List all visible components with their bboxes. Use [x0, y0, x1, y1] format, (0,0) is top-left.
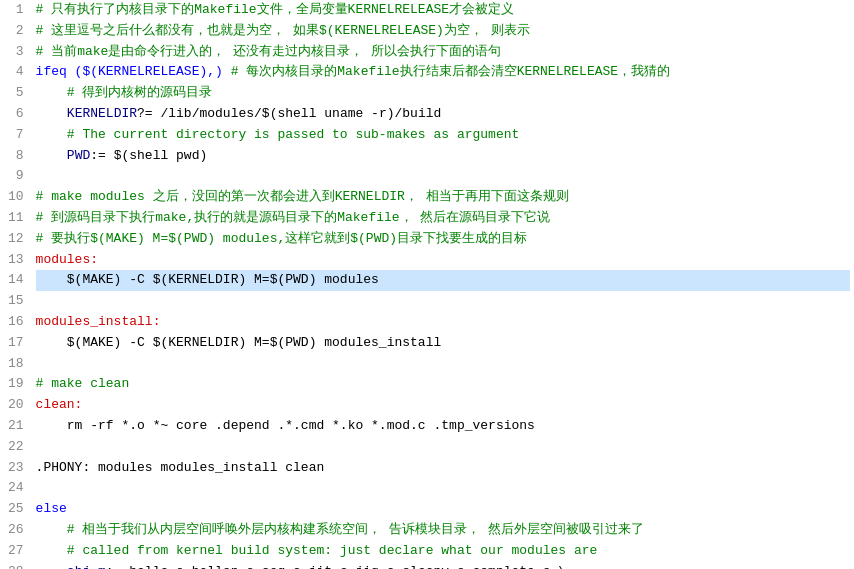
- code-container: 1234567891011121314151617181920212223242…: [0, 0, 854, 569]
- line-number-17: 17: [8, 333, 24, 354]
- line-number-10: 10: [8, 187, 24, 208]
- code-line-18: [36, 354, 850, 375]
- line-number-27: 27: [8, 541, 24, 562]
- line-number-1: 1: [8, 0, 24, 21]
- code-line-20: clean:: [36, 395, 850, 416]
- code-line-15: [36, 291, 850, 312]
- line-number-7: 7: [8, 125, 24, 146]
- code-line-28: obj-m:= hello.o hellop.o seq.o jit.o jiq…: [36, 562, 850, 569]
- code-line-26: # 相当于我们从内层空间呼唤外层内核构建系统空间， 告诉模块目录， 然后外层空间…: [36, 520, 850, 541]
- code-line-22: [36, 437, 850, 458]
- line-number-13: 13: [8, 250, 24, 271]
- code-line-7: # The current directory is passed to sub…: [36, 125, 850, 146]
- line-number-9: 9: [8, 166, 24, 187]
- code-line-8: PWD:= $(shell pwd): [36, 146, 850, 167]
- code-line-19: # make clean: [36, 374, 850, 395]
- line-number-24: 24: [8, 478, 24, 499]
- line-number-12: 12: [8, 229, 24, 250]
- code-line-13: modules:: [36, 250, 850, 271]
- line-number-28: 28: [8, 562, 24, 569]
- line-number-23: 23: [8, 458, 24, 479]
- line-number-6: 6: [8, 104, 24, 125]
- line-number-26: 26: [8, 520, 24, 541]
- code-line-23: .PHONY: modules modules_install clean: [36, 458, 850, 479]
- line-number-3: 3: [8, 42, 24, 63]
- code-line-17: $(MAKE) -C $(KERNELDIR) M=$(PWD) modules…: [36, 333, 850, 354]
- code-line-14: $(MAKE) -C $(KERNELDIR) M=$(PWD) modules: [36, 270, 850, 291]
- line-number-2: 2: [8, 21, 24, 42]
- line-number-4: 4: [8, 62, 24, 83]
- line-number-21: 21: [8, 416, 24, 437]
- code-line-21: rm -rf *.o *~ core .depend .*.cmd *.ko *…: [36, 416, 850, 437]
- code-line-5: # 得到内核树的源码目录: [36, 83, 850, 104]
- code-line-6: KERNELDIR?= /lib/modules/$(shell uname -…: [36, 104, 850, 125]
- code-line-16: modules_install:: [36, 312, 850, 333]
- line-number-5: 5: [8, 83, 24, 104]
- code-line-25: else: [36, 499, 850, 520]
- code-line-24: [36, 478, 850, 499]
- line-number-18: 18: [8, 354, 24, 375]
- code-line-2: # 这里逗号之后什么都没有，也就是为空， 如果$(KERNELRELEASE)为…: [36, 21, 850, 42]
- code-line-9: [36, 166, 850, 187]
- line-number-14: 14: [8, 270, 24, 291]
- line-number-8: 8: [8, 146, 24, 167]
- line-number-25: 25: [8, 499, 24, 520]
- code-line-12: # 要执行$(MAKE) M=$(PWD) modules,这样它就到$(PWD…: [36, 229, 850, 250]
- code-line-11: # 到源码目录下执行make,执行的就是源码目录下的Makefile， 然后在源…: [36, 208, 850, 229]
- code-line-4: ifeq ($(KERNELRELEASE),) # 每次内核目录的Makefi…: [36, 62, 850, 83]
- code-line-1: # 只有执行了内核目录下的Makefile文件，全局变量KERNELRELEAS…: [36, 0, 850, 21]
- code-line-10: # make modules 之后，没回的第一次都会进入到KERNELDIR， …: [36, 187, 850, 208]
- line-numbers: 1234567891011121314151617181920212223242…: [0, 0, 32, 569]
- code-area[interactable]: # 只有执行了内核目录下的Makefile文件，全局变量KERNELRELEAS…: [32, 0, 854, 569]
- line-number-20: 20: [8, 395, 24, 416]
- line-number-19: 19: [8, 374, 24, 395]
- line-number-16: 16: [8, 312, 24, 333]
- line-number-15: 15: [8, 291, 24, 312]
- line-number-22: 22: [8, 437, 24, 458]
- line-number-11: 11: [8, 208, 24, 229]
- code-line-27: # called from kernel build system: just …: [36, 541, 850, 562]
- code-line-3: # 当前make是由命令行进入的， 还没有走过内核目录， 所以会执行下面的语句: [36, 42, 850, 63]
